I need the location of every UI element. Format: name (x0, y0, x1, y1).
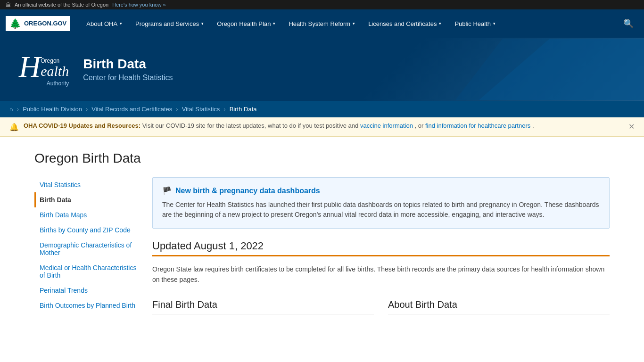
breadcrumb-sep: › (223, 106, 225, 113)
breadcrumb-sep: › (176, 106, 178, 113)
top-bar: 🏛 An official website of the State of Or… (0, 0, 644, 9)
oregon-tree-icon: 🌲 (9, 18, 21, 29)
chevron-down-icon: ▾ (201, 21, 204, 26)
nav-licenses-certs[interactable]: Licenses and Certificates ▾ (362, 9, 448, 38)
final-birth-data-col: Final Birth Data (152, 299, 374, 319)
notice-title: 🏴 New birth & pregnancy data dashboards (162, 186, 600, 195)
about-birth-data-title: About Birth Data (388, 299, 610, 314)
chevron-down-icon: ▾ (273, 21, 275, 26)
sidebar-item-birth-data-maps[interactable]: Birth Data Maps (34, 207, 138, 222)
gov-seal-icon: 🏛 (6, 2, 11, 8)
final-section: Final Birth Data About Birth Data (152, 299, 610, 319)
breadcrumb-public-health[interactable]: Public Health Division (23, 106, 82, 113)
covid-text-area: OHA COVID-19 Updates and Resources: Visi… (24, 122, 624, 129)
official-text: An official website of the State of Oreg… (15, 2, 108, 8)
home-icon[interactable]: ⌂ (9, 106, 13, 113)
covid-partners-link[interactable]: find information for healthcare partners (425, 122, 530, 129)
oha-logo: H Oregon ealth Authority (19, 52, 69, 87)
content-area: Oregon Birth Data Vital Statistics Birth… (16, 137, 628, 333)
notice-text: The Center for Health Statistics has lau… (162, 200, 600, 220)
covid-label: OHA COVID-19 Updates and Resources: (24, 122, 140, 129)
sidebar-item-birth-data[interactable]: Birth Data (34, 192, 138, 207)
covid-text-middle: , or (415, 122, 424, 129)
nav-programs-services[interactable]: Programs and Services ▾ (129, 9, 210, 38)
sidebar: Vital Statistics Birth Data Birth Data M… (34, 177, 138, 319)
breadcrumb-sep: › (86, 106, 88, 113)
sidebar-item-perinatal-trends[interactable]: Perinatal Trends (34, 283, 138, 298)
nav-items: About OHA ▾ Programs and Services ▾ Oreg… (80, 9, 619, 38)
close-icon[interactable]: ✕ (628, 122, 635, 131)
covid-banner: 🔔 OHA COVID-19 Updates and Resources: Vi… (0, 117, 644, 137)
breadcrumb-sep: › (17, 106, 19, 113)
covid-vaccine-link[interactable]: vaccine information (360, 122, 413, 129)
logo-authority: Authority (19, 80, 69, 87)
about-birth-data-col: About Birth Data (388, 299, 610, 319)
nav-oregon-health-plan[interactable]: Oregon Health Plan ▾ (210, 9, 282, 38)
sidebar-item-demographic-chars[interactable]: Demographic Characteristics of Mother (34, 238, 138, 260)
covid-text-before: Visit our COVID-19 site for the latest u… (142, 122, 359, 129)
page-hero-title: Birth Data (83, 57, 173, 72)
main-nav: 🌲 OREGON.GOV About OHA ▾ Programs and Se… (0, 9, 644, 38)
final-birth-data-title: Final Birth Data (152, 299, 374, 314)
updated-bar (152, 255, 610, 256)
covid-text-after: . (532, 122, 534, 129)
updated-title: Updated August 1, 2022 (152, 240, 610, 252)
updated-text: Oregon State law requires birth certific… (152, 264, 610, 285)
hero-title-area: Birth Data Center for Health Statistics (83, 57, 173, 82)
sidebar-item-births-county-zip[interactable]: Births by County and ZIP Code (34, 222, 138, 238)
sidebar-item-birth-outcomes[interactable]: Birth Outcomes by Planned Birth (34, 298, 138, 313)
chevron-down-icon: ▾ (439, 21, 441, 26)
logo-area: 🌲 OREGON.GOV (6, 16, 70, 31)
breadcrumb: ⌂ › Public Health Division › Vital Recor… (0, 101, 644, 117)
logo-box[interactable]: 🌲 OREGON.GOV (6, 16, 70, 31)
two-col-layout: Vital Statistics Birth Data Birth Data M… (34, 177, 610, 319)
notice-title-link[interactable]: New birth & pregnancy data dashboards (175, 187, 320, 195)
logo-h-letter: H (19, 50, 40, 83)
breadcrumb-vital-records[interactable]: Vital Records and Certificates (91, 106, 172, 113)
bell-icon: 🔔 (9, 123, 19, 132)
chevron-down-icon: ▾ (120, 21, 122, 26)
sidebar-item-vital-statistics[interactable]: Vital Statistics (34, 177, 138, 192)
sidebar-item-medical-health-chars[interactable]: Medical or Health Characteristics of Bir… (34, 260, 138, 283)
nav-about-oha[interactable]: About OHA ▾ (80, 9, 129, 38)
page-hero-subtitle: Center for Health Statistics (83, 74, 173, 82)
breadcrumb-current: Birth Data (230, 106, 257, 113)
nav-health-system-reform[interactable]: Health System Reform ▾ (282, 9, 362, 38)
hero-banner: H Oregon ealth Authority Birth Data Cent… (0, 38, 644, 101)
logo-text: OREGON.GOV (24, 20, 66, 27)
page-title: Oregon Birth Data (34, 151, 610, 166)
main-content: 🏴 New birth & pregnancy data dashboards … (152, 177, 610, 319)
notice-box: 🏴 New birth & pregnancy data dashboards … (152, 177, 610, 229)
chevron-down-icon: ▾ (353, 21, 355, 26)
search-icon[interactable]: 🔍 (619, 18, 638, 29)
chevron-down-icon: ▾ (493, 21, 495, 26)
flag-icon: 🏴 (162, 186, 172, 195)
nav-public-health[interactable]: Public Health ▾ (448, 9, 502, 38)
how-you-know-link[interactable]: Here's how you know » (112, 2, 165, 8)
logo-ealth: ealth (41, 64, 69, 78)
breadcrumb-vital-statistics[interactable]: Vital Statistics (182, 106, 220, 113)
